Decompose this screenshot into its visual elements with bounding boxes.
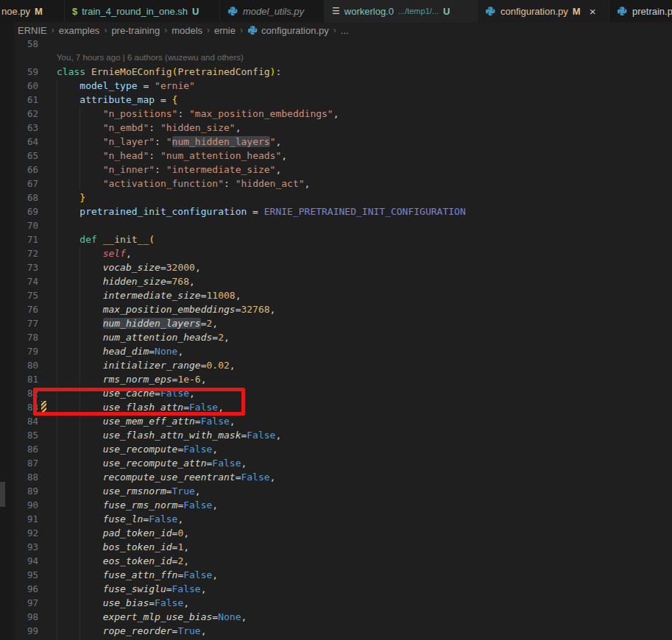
code-line[interactable]: 84 use_mem_eff_attn=False, [15, 414, 672, 428]
code-line[interactable]: 75 intermediate_size=11008, [15, 288, 672, 302]
code-line[interactable]: 90 fuse_rms_norm=False, [15, 498, 672, 512]
line-number[interactable]: 89 [15, 484, 52, 498]
code-line[interactable]: 85 use_flash_attn_with_mask=False, [15, 428, 672, 442]
line-number[interactable]: 99 [15, 624, 52, 638]
code-line[interactable]: 94 eos_token_id=2, [15, 554, 672, 568]
code-line[interactable]: 97 use_bias=False, [15, 596, 672, 610]
left-scrollbar-thumb[interactable] [0, 482, 5, 507]
code-line[interactable]: 77 num_hidden_layers=2, [15, 316, 672, 330]
line-number[interactable]: 62 [15, 107, 52, 121]
line-number[interactable]: 64 [15, 135, 52, 149]
code-line[interactable]: 93 bos_token_id=1, [15, 540, 672, 554]
code-line[interactable]: 74 hidden_size=768, [15, 274, 672, 288]
code-editor[interactable]: 58You, 7 hours ago | 6 authors (wuzewu a… [15, 37, 672, 640]
line-number[interactable]: 80 [15, 358, 52, 372]
tab-train-script[interactable]: $train_4_round_in_one.shU [65, 0, 220, 22]
line-number[interactable]: 78 [15, 330, 52, 344]
line-number[interactable]: 86 [15, 442, 52, 456]
breadcrumb-item[interactable]: examples [59, 25, 100, 36]
line-number[interactable]: 58 [15, 37, 52, 51]
code-line[interactable]: 58 [15, 37, 672, 51]
code-line[interactable]: 73 vocab_size=32000, [15, 260, 672, 274]
line-number[interactable]: 81 [15, 372, 52, 386]
line-number[interactable]: 79 [15, 344, 52, 358]
line-number[interactable]: 65 [15, 149, 52, 163]
code-line[interactable]: 72 self, [15, 246, 672, 260]
line-number[interactable]: 88 [15, 470, 52, 484]
code-line[interactable]: 81 rms_norm_eps=1e-6, [15, 372, 672, 386]
line-number[interactable]: 72 [15, 246, 52, 260]
code-line[interactable]: 68 } [15, 191, 672, 205]
code-line[interactable]: 96 fuse_swiglu=False, [15, 582, 672, 596]
code-line[interactable]: 82 use_cache=False, [15, 386, 672, 400]
line-number[interactable]: 60 [15, 79, 52, 93]
line-number[interactable]: 71 [15, 232, 52, 246]
line-number[interactable]: 76 [15, 302, 52, 316]
code-line[interactable]: 70 [15, 218, 672, 232]
code-line[interactable]: 87 use_recompute_attn=False, [15, 456, 672, 470]
code-line[interactable]: 60 model_type = "ernie" [15, 79, 672, 93]
line-number[interactable]: 92 [15, 526, 52, 540]
line-number[interactable]: 61 [15, 93, 52, 107]
breadcrumb-item[interactable]: ernie [214, 25, 236, 36]
code-line[interactable]: 79 head_dim=None, [15, 344, 672, 358]
code-line[interactable]: 91 fuse_ln=False, [15, 512, 672, 526]
line-number[interactable]: 66 [15, 163, 52, 177]
line-number[interactable]: 87 [15, 456, 52, 470]
line-number[interactable]: 77 [15, 316, 52, 330]
code-line[interactable]: 98 expert_mlp_use_bias=None, [15, 610, 672, 624]
tab-pretrain[interactable]: pretrain.py [609, 0, 672, 22]
line-number[interactable]: 98 [15, 610, 52, 624]
line-number[interactable]: 67 [15, 177, 52, 191]
breadcrumb-item[interactable]: ... [341, 25, 349, 36]
code-line[interactable]: 59class ErnieMoEConfig(PretrainedConfig)… [15, 65, 672, 79]
line-number[interactable]: 95 [15, 568, 52, 582]
line-number[interactable]: 74 [15, 274, 52, 288]
code-line[interactable]: 62 "n_positions": "max_position_embeddin… [15, 107, 672, 121]
code-line[interactable]: 88 recompute_use_reentrant=False, [15, 470, 672, 484]
tab-workerlog[interactable]: ☰workerlog.0.../temp1/...U [325, 0, 478, 22]
code-line[interactable]: 71 def __init__( [15, 232, 672, 246]
breadcrumb-item[interactable]: models [171, 25, 202, 36]
line-number[interactable]: 75 [15, 288, 52, 302]
code-line[interactable]: 63 "n_embd": "hidden_size", [15, 121, 672, 135]
code-line[interactable]: 76 max_position_embeddings=32768, [15, 302, 672, 316]
code-line[interactable]: 95 fuse_attn_ffn=False, [15, 568, 672, 582]
line-number[interactable]: 63 [15, 121, 52, 135]
code-line[interactable]: 89 use_rmsnorm=True, [15, 484, 672, 498]
line-number[interactable] [15, 51, 52, 65]
code-line[interactable]: 86 use_recompute=False, [15, 442, 672, 456]
line-number[interactable]: 69 [15, 205, 52, 218]
tab-configuration[interactable]: configuration.pyM× [478, 0, 609, 22]
code-line[interactable]: 78 num_attention_heads=2, [15, 330, 672, 344]
code-line[interactable]: 92 pad_token_id=0, [15, 526, 672, 540]
breadcrumb-item[interactable]: ERNIE [18, 25, 47, 36]
code-line[interactable]: 69 pretrained_init_configuration = ERNIE… [15, 205, 672, 218]
code-line[interactable]: 64 "n_layer": "num_hidden_layers", [15, 135, 672, 149]
line-number[interactable]: 97 [15, 596, 52, 610]
line-number[interactable]: 59 [15, 65, 52, 79]
line-number[interactable]: 73 [15, 260, 52, 274]
code-line[interactable]: 80 initializer_range=0.02, [15, 358, 672, 372]
line-number[interactable]: 68 [15, 191, 52, 205]
code-line[interactable]: 83 use_flash_attn=False, [15, 400, 672, 414]
line-number[interactable]: 96 [15, 582, 52, 596]
code-line[interactable]: 66 "n_inner": "intermediate_size", [15, 163, 672, 177]
breadcrumb-item[interactable]: configuration.py [247, 25, 329, 36]
line-number[interactable]: 93 [15, 540, 52, 554]
line-number[interactable]: 82 [15, 386, 52, 400]
line-number[interactable]: 85 [15, 428, 52, 442]
code-line[interactable]: 67 "activation_function": "hidden_act", [15, 177, 672, 191]
line-number[interactable]: 70 [15, 218, 52, 232]
line-number[interactable]: 94 [15, 554, 52, 568]
line-number[interactable]: 84 [15, 414, 52, 428]
close-icon[interactable]: × [590, 5, 596, 18]
code-line[interactable]: 99 rope_reorder=True, [15, 624, 672, 638]
breadcrumb-item[interactable]: pre-training [111, 25, 160, 36]
line-number[interactable]: 90 [15, 498, 52, 512]
code-line[interactable]: You, 7 hours ago | 6 authors (wuzewu and… [15, 51, 672, 65]
tab-model-utils[interactable]: model_utils.py [220, 0, 325, 22]
tab-noe-py[interactable]: noe.pyM [0, 0, 65, 22]
code-line[interactable]: 65 "n_head": "num_attention_heads", [15, 149, 672, 163]
line-number[interactable]: 91 [15, 512, 52, 526]
